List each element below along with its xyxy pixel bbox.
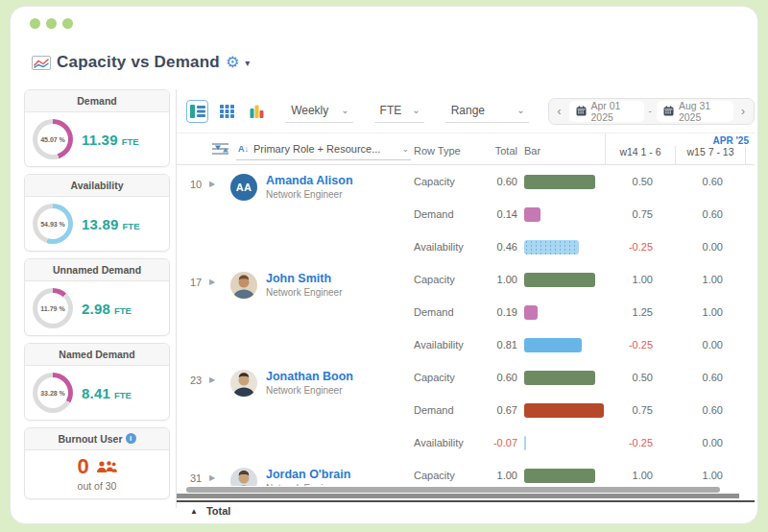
row-type-label: Demand bbox=[414, 306, 465, 318]
end-date-field[interactable]: Aug 31 2025 bbox=[657, 101, 733, 122]
total-value: 1.00 bbox=[465, 274, 517, 285]
resource-group: 10 ▶ AA Amanda AlisonNetwork Engineer Ca… bbox=[177, 165, 755, 263]
avatar-photo bbox=[230, 370, 257, 397]
card-title: Unnamed Demand bbox=[25, 259, 169, 281]
summary-card-availability: Availability 54.93 % 13.89FTE bbox=[24, 174, 170, 252]
week-value: 0.50 bbox=[605, 176, 675, 187]
resource-role: Network Engineer bbox=[266, 189, 353, 200]
expand-row-icon[interactable]: ▶ bbox=[209, 473, 230, 482]
resource-name-link[interactable]: Amanda Alison bbox=[266, 174, 353, 187]
row-type-label: Demand bbox=[414, 404, 465, 416]
table-header: A↓ Primary Role + Resource... ⌄ Row Type… bbox=[177, 133, 755, 165]
week-value: 0.00 bbox=[675, 437, 745, 448]
range-select[interactable]: Range⌄ bbox=[445, 100, 529, 123]
fte-unit: FTE bbox=[114, 390, 132, 400]
week-value: -0.25 bbox=[605, 241, 675, 253]
app-window: Capacity vs Demand ⚙ ▾ Demand 45.07 % 11… bbox=[10, 6, 758, 524]
metric-row: Capacity 1.00 1.00 1.00 bbox=[414, 263, 755, 296]
resource-role: Network Engineer bbox=[266, 287, 342, 298]
availability-bar bbox=[524, 338, 582, 352]
resource-group: 23 ▶ Jonathan BoonNetwork Engineer Capac… bbox=[177, 361, 755, 459]
week-value: 0.00 bbox=[675, 339, 745, 351]
resource-name-link[interactable]: Jonathan Boon bbox=[266, 370, 353, 383]
metric-row: Availability -0.07 -0.25 0.00 bbox=[414, 426, 755, 459]
calendar-icon bbox=[663, 106, 674, 116]
chevron-down-icon: ⌄ bbox=[341, 105, 348, 115]
fte-unit: FTE bbox=[114, 305, 132, 316]
summary-card-burnout: Burnout Useri 0 out of 30 bbox=[24, 427, 170, 499]
info-icon[interactable]: i bbox=[126, 433, 136, 444]
availability-fte-value: 13.89 bbox=[82, 216, 119, 232]
row-type-label: Availability bbox=[414, 437, 465, 448]
scrollbar-thumb[interactable] bbox=[186, 487, 720, 493]
end-date-value: Aug 31 2025 bbox=[679, 100, 727, 123]
main-pane: Weekly⌄ FTE⌄ Range⌄ ‹ Apr 01 2025 - Aug … bbox=[177, 89, 755, 520]
settings-caret-icon[interactable]: ▾ bbox=[245, 58, 250, 68]
start-date-value: Apr 01 2025 bbox=[591, 100, 637, 123]
card-title: Demand bbox=[25, 90, 169, 112]
resource-group: 31 ▶ Jordan O'brainNetwork Engineer Capa… bbox=[177, 459, 755, 486]
capacity-bar bbox=[524, 371, 595, 385]
avatar-initials: AA bbox=[230, 174, 257, 201]
total-value: 0.67 bbox=[465, 404, 517, 416]
interval-select[interactable]: Weekly⌄ bbox=[285, 100, 352, 123]
unnamed-demand-fte-value: 2.98 bbox=[82, 301, 110, 317]
capacity-bar bbox=[524, 175, 595, 189]
chevron-left-icon[interactable]: ‹ bbox=[555, 105, 564, 118]
scrollbar-track[interactable] bbox=[177, 494, 739, 498]
metric-row: Demand 0.14 0.75 0.60 bbox=[414, 198, 755, 230]
row-number: 10 bbox=[190, 179, 209, 190]
availability-bar bbox=[524, 436, 526, 450]
row-type-label: Availability bbox=[414, 339, 465, 351]
grid-view-button[interactable] bbox=[216, 100, 238, 123]
summary-card-unnamed-demand: Unnamed Demand 11.79 % 2.98FTE bbox=[24, 258, 170, 336]
resource-table-body: 10 ▶ AA Amanda AlisonNetwork Engineer Ca… bbox=[177, 165, 755, 486]
column-header-row-type: Row Type bbox=[414, 145, 461, 157]
metric-row: Capacity 0.60 0.50 0.60 bbox=[414, 361, 755, 394]
list-view-button[interactable] bbox=[186, 100, 208, 123]
expand-row-icon[interactable]: ▶ bbox=[209, 180, 230, 188]
capacity-bar bbox=[524, 273, 595, 287]
resource-name-link[interactable]: Jordan O'brain bbox=[266, 468, 350, 481]
week-value: 0.60 bbox=[675, 208, 745, 220]
week-value: 1.00 bbox=[605, 274, 675, 285]
demand-bar bbox=[524, 305, 538, 320]
week-value: 0.60 bbox=[675, 372, 745, 383]
summary-card-demand: Demand 45.07 % 11.39FTE bbox=[24, 89, 170, 167]
fte-unit: FTE bbox=[123, 221, 140, 231]
column-header-week: w16 14 bbox=[746, 146, 755, 164]
column-header-week: w14 1 - 6 bbox=[606, 146, 676, 164]
sort-rows-icon[interactable] bbox=[211, 142, 229, 156]
total-value: 0.81 bbox=[465, 339, 517, 351]
expand-row-icon[interactable]: ▶ bbox=[209, 278, 230, 286]
week-value: 0.00 bbox=[675, 241, 745, 253]
demand-over-bar bbox=[524, 403, 604, 418]
row-type-label: Capacity bbox=[414, 372, 465, 383]
start-date-field[interactable]: Apr 01 2025 bbox=[569, 101, 644, 122]
gear-icon[interactable]: ⚙ bbox=[226, 55, 239, 70]
week-value: 0.50 bbox=[605, 372, 675, 383]
chevron-right-icon[interactable]: › bbox=[738, 105, 748, 118]
date-range-picker: ‹ Apr 01 2025 - Aug 31 2025 › bbox=[548, 98, 755, 125]
card-title: Named Demand bbox=[25, 344, 169, 366]
group-by-select[interactable]: A↓ Primary Role + Resource... ⌄ bbox=[236, 140, 411, 160]
row-type-label: Availability bbox=[414, 241, 465, 253]
named-demand-donut: 33.28 % bbox=[33, 373, 73, 413]
total-footer[interactable]: ▲ Total bbox=[177, 500, 755, 520]
week-value: -0.25 bbox=[605, 437, 675, 448]
week-value: 1.00 bbox=[605, 470, 675, 481]
chevron-down-icon: ⌄ bbox=[401, 144, 409, 154]
availability-bar bbox=[524, 240, 579, 254]
metric-row: Demand 0.19 1.25 1.00 bbox=[414, 296, 755, 328]
sort-alpha-icon: A↓ bbox=[238, 144, 249, 154]
named-demand-fte-value: 8.41 bbox=[82, 385, 110, 401]
week-value: 1.25 bbox=[605, 306, 675, 318]
unit-select[interactable]: FTE⌄ bbox=[374, 100, 424, 123]
resource-name-link[interactable]: John Smith bbox=[266, 272, 342, 285]
row-type-label: Capacity bbox=[414, 176, 465, 187]
row-number: 17 bbox=[190, 277, 209, 288]
avatar-photo bbox=[230, 468, 257, 486]
expand-row-icon[interactable]: ▶ bbox=[209, 375, 230, 384]
toolbar: Weekly⌄ FTE⌄ Range⌄ ‹ Apr 01 2025 - Aug … bbox=[177, 89, 755, 133]
chart-view-button[interactable] bbox=[246, 100, 268, 123]
